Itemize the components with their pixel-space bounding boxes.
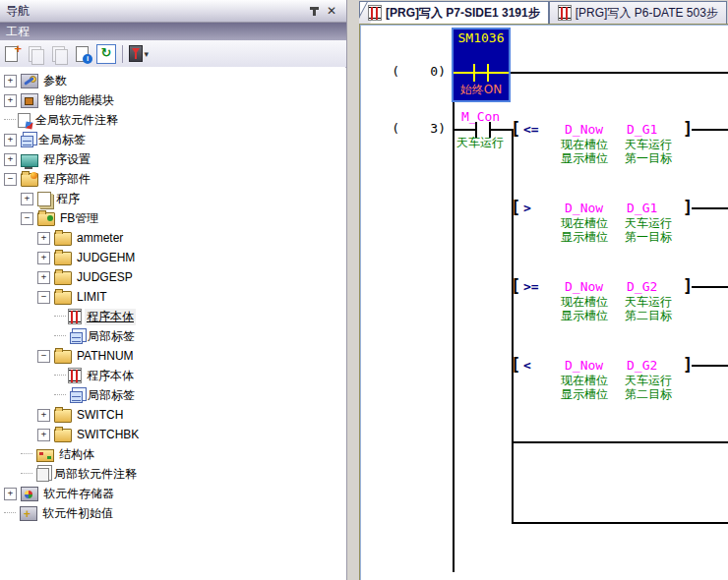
rung0-wire — [511, 72, 728, 74]
tree-item-label[interactable]: FB管理 — [58, 210, 100, 227]
tree-item-软元件存储器[interactable]: +软元件存储器 — [4, 484, 116, 503]
tree-item-全局标签[interactable]: +全局标签 — [4, 130, 88, 149]
tree-item-全局软元件注释[interactable]: 全局软元件注释 — [4, 110, 120, 130]
tree-item-智能功能模块[interactable]: +智能功能模块 — [4, 90, 116, 110]
tree-item-ammeter[interactable]: +ammeter — [37, 228, 125, 248]
devinit-icon — [20, 506, 37, 521]
folder-icon — [54, 409, 72, 423]
tree-item-label[interactable]: SWITCHBK — [75, 428, 141, 441]
copy-icon[interactable] — [26, 44, 45, 64]
contact-bar — [487, 64, 489, 82]
tree-item-参数[interactable]: +参数 — [4, 71, 69, 90]
tree-item-LIMIT[interactable]: −LIMIT — [37, 287, 109, 307]
collapse-icon[interactable]: − — [21, 212, 33, 225]
tree-item-结构体[interactable]: 结构体 — [21, 444, 96, 464]
operand1-comment: 现在槽位 显示槽位 — [561, 138, 608, 165]
tree-item-label[interactable]: 智能功能模块 — [41, 92, 116, 109]
expand-icon[interactable]: + — [21, 193, 33, 205]
collapse-icon[interactable]: − — [37, 291, 50, 304]
refresh-icon[interactable]: ↻ — [96, 44, 116, 64]
ladder-editor[interactable]: ( 0)SM1036始终ON( 3)M_Con天车运行[<=D_NowD_G1]… — [361, 26, 728, 580]
document-tab-bar: [PRG]写入 P7-SIDE1 3191步[PRG]写入 P6-DATE 50… — [359, 0, 728, 24]
tree-item-软元件初始值[interactable]: 软元件初始值 — [4, 503, 115, 523]
tree-item-label[interactable]: 全局软元件注释 — [33, 112, 120, 129]
project-header: 工程 — [0, 23, 346, 40]
comment-icon — [18, 113, 30, 128]
expand-icon[interactable]: + — [37, 429, 50, 441]
tree-item-PATHNUM[interactable]: −PATHNUM — [37, 346, 136, 366]
expand-icon[interactable]: + — [37, 409, 50, 422]
new-window-icon[interactable]: + — [2, 44, 22, 64]
selected-cell[interactable]: SM1036始终ON — [452, 28, 511, 102]
tree-item-label[interactable]: 软元件存储器 — [41, 486, 116, 502]
tree-item-label[interactable]: 局部软元件注释 — [52, 466, 139, 483]
expand-icon[interactable]: + — [37, 271, 50, 284]
expand-icon[interactable]: + — [37, 252, 50, 264]
tree-item-label[interactable]: JUDGEHM — [75, 251, 137, 264]
tree-item-JUDGEHM[interactable]: +JUDGEHM — [37, 248, 137, 267]
document-tab-1[interactable]: [PRG]写入 P7-SIDE1 3191步 — [359, 1, 549, 24]
compare-operand-2: D_G1 — [627, 123, 657, 137]
branch-out-wire — [692, 286, 728, 288]
compare-operand-1: D_Now — [565, 202, 603, 215]
tree-item-label[interactable]: 结构体 — [57, 446, 96, 463]
tree-item-程序设置[interactable]: +程序设置 — [4, 149, 92, 169]
expand-icon[interactable]: + — [4, 153, 17, 166]
folder-icon — [54, 271, 72, 285]
contact-device-comment: 天车运行 — [456, 136, 504, 149]
tree-item-局部软元件注释[interactable]: 局部软元件注释 — [21, 464, 139, 484]
tree-connector — [54, 394, 66, 396]
tree-item-程序[interactable]: +程序 — [21, 189, 82, 208]
tree-item-程序本体[interactable]: 程序本体 — [54, 366, 136, 385]
expand-icon[interactable]: + — [37, 232, 50, 245]
tree-item-label[interactable]: 程序部件 — [41, 171, 92, 188]
collapse-icon[interactable]: − — [37, 350, 50, 363]
tree-item-label[interactable]: PATHNUM — [75, 349, 136, 363]
tree-item-局部标签[interactable]: 局部标签 — [54, 385, 137, 405]
expand-icon[interactable]: + — [4, 488, 17, 500]
tree-item-label[interactable]: 全局标签 — [36, 132, 88, 148]
property-icon[interactable]: i — [73, 44, 92, 64]
project-tree: +参数+智能功能模块全局软元件注释+全局标签+程序设置−程序部件+程序−FB管理… — [0, 67, 345, 580]
tree-item-label[interactable]: 局部标签 — [86, 387, 137, 404]
paste-icon[interactable] — [49, 44, 69, 64]
expand-icon[interactable]: + — [4, 134, 17, 146]
tree-item-FB管理[interactable]: −FB管理 — [21, 208, 100, 228]
tree-item-label[interactable]: 程序 — [54, 191, 82, 207]
tree-item-label[interactable]: 局部标签 — [86, 328, 137, 345]
document-tab-2[interactable]: [PRG]写入 P6-DATE 503步 — [549, 1, 727, 24]
tree-connector — [4, 512, 16, 514]
close-icon[interactable]: ✕ — [323, 3, 340, 19]
expand-icon[interactable]: + — [4, 94, 17, 107]
tree-item-label[interactable]: 参数 — [41, 73, 69, 89]
sort-icon[interactable]: ▾ — [129, 44, 149, 64]
tree-item-label[interactable]: 软元件初始值 — [40, 505, 115, 522]
tree-item-SWITCHBK[interactable]: +SWITCHBK — [37, 425, 141, 444]
pin-icon[interactable] — [305, 3, 323, 19]
ladder-document: ( 0)SM1036始终ON( 3)M_Con天车运行[<=D_NowD_G1]… — [359, 24, 728, 580]
tree-item-label[interactable]: JUDGESP — [75, 270, 135, 284]
tree-item-label[interactable]: 程序本体 — [85, 309, 136, 325]
folder-icon — [54, 429, 72, 442]
tree-item-SWITCH[interactable]: +SWITCH — [37, 405, 125, 425]
tree-item-程序部件[interactable]: −程序部件 — [4, 169, 92, 189]
project-header-label: 工程 — [6, 24, 30, 40]
expand-icon[interactable]: + — [4, 75, 17, 87]
contact-device-name: SM1036 — [454, 30, 509, 45]
folder-icon — [54, 232, 72, 246]
tree-item-局部标签[interactable]: 局部标签 — [54, 326, 137, 346]
tree-item-label[interactable]: LIMIT — [75, 290, 109, 304]
tree-item-label[interactable]: 程序设置 — [41, 151, 92, 168]
branch-out-wire — [692, 365, 728, 367]
tree-item-label[interactable]: ammeter — [75, 231, 125, 245]
compare-operator: > — [523, 202, 531, 215]
tree-item-label[interactable]: 程序本体 — [85, 368, 136, 384]
tree-item-程序本体[interactable]: 程序本体 — [54, 307, 136, 326]
tree-item-JUDGESP[interactable]: +JUDGESP — [37, 267, 135, 287]
label-icon — [70, 332, 83, 344]
collapse-icon[interactable]: − — [4, 173, 17, 186]
tree-item-label[interactable]: SWITCH — [75, 408, 125, 422]
ladder-icon — [68, 309, 82, 324]
devmem-icon — [21, 487, 38, 501]
rung3-wire — [453, 129, 476, 131]
